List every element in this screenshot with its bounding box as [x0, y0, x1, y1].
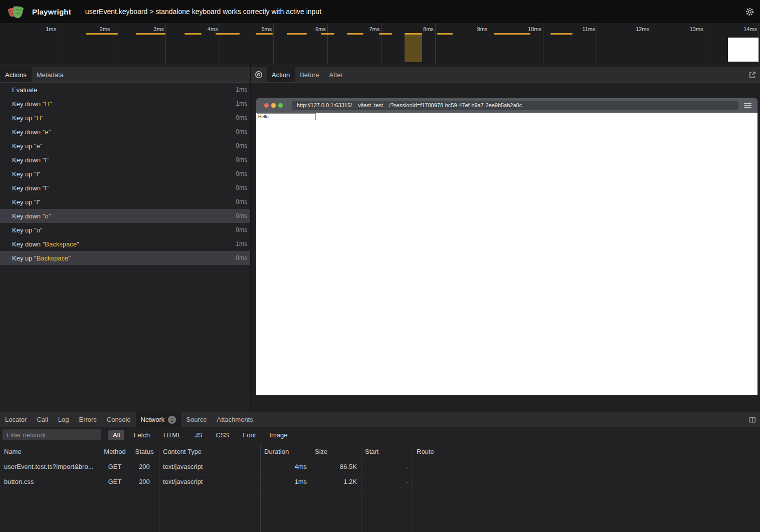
filter-all[interactable]: All	[108, 430, 124, 440]
action-row[interactable]: Key up "l" 0ms	[0, 167, 250, 181]
network-cell: 1ms	[260, 474, 311, 489]
action-duration: 1ms	[236, 240, 247, 247]
settings-button[interactable]	[745, 7, 754, 17]
action-duration: 0ms	[236, 156, 247, 163]
timeline-bar[interactable]	[86, 33, 118, 35]
network-cell: text/javascript	[159, 474, 260, 489]
action-title: Key down "o"	[12, 212, 51, 220]
tab-locator[interactable]: Locator	[0, 412, 32, 427]
timeline-bar[interactable]	[437, 33, 453, 35]
network-cell	[413, 459, 760, 474]
network-table-header: NameMethodStatusContent TypeDurationSize…	[0, 444, 760, 459]
timeline-bar[interactable]	[136, 33, 165, 35]
action-duration: 0ms	[236, 212, 247, 219]
timeline-bar[interactable]	[184, 33, 202, 35]
filter-html[interactable]: HTML	[159, 430, 185, 440]
hamburger-menu-icon	[744, 102, 751, 109]
tab-errors[interactable]: Errors	[74, 412, 101, 427]
tab-call[interactable]: Call	[32, 412, 53, 427]
traffic-light-red-icon	[264, 103, 269, 108]
network-request-row[interactable]: button.cssGET200text/javascript1ms1.2K-	[0, 474, 760, 489]
tab-action[interactable]: Action	[267, 67, 295, 82]
main-area: ActionsMetadata Evaluate 1ms Key down "H…	[0, 64, 760, 412]
action-row[interactable]: Key up "l" 0ms	[0, 195, 250, 209]
action-title: Key up "o"	[12, 226, 43, 234]
timeline-bar[interactable]	[405, 33, 422, 35]
filter-image[interactable]: Image	[265, 430, 292, 440]
action-row[interactable]: Key down "o" 0ms	[0, 209, 250, 223]
toggle-panel-layout-button[interactable]	[745, 412, 760, 427]
snapshot-browser: http://127.0.0.1:63315/__vitest_test__/?…	[256, 98, 757, 395]
network-cell: text/javascript	[159, 459, 260, 474]
action-title: Evaluate	[12, 86, 38, 94]
header-bar: Playwright userEvent.keyboard > standalo…	[0, 0, 760, 23]
tab-log[interactable]: Log	[53, 412, 74, 427]
timeline-bar[interactable]	[379, 33, 392, 35]
column-header: Duration	[260, 444, 311, 459]
action-row[interactable]: Key down "Backspace" 1ms	[0, 237, 250, 251]
action-row[interactable]: Key down "H" 1ms	[0, 97, 250, 111]
key-value: l	[45, 156, 46, 164]
column-header: Status	[130, 444, 159, 459]
network-cell	[413, 474, 760, 489]
action-title: Key down "e"	[12, 128, 51, 136]
timeline-bar[interactable]	[550, 33, 573, 35]
tab-before[interactable]: Before	[295, 67, 324, 82]
open-snapshot-button[interactable]	[744, 67, 760, 82]
target-icon	[255, 71, 263, 79]
action-row[interactable]: Key up "H" 0ms	[0, 111, 250, 125]
action-row[interactable]: Key down "l" 0ms	[0, 181, 250, 195]
column-header: Method	[100, 444, 130, 459]
column-header: Content Type	[159, 444, 260, 459]
tab-attachments[interactable]: Attachments	[212, 412, 258, 427]
action-duration: 0ms	[236, 114, 247, 121]
tab-after[interactable]: After	[324, 67, 347, 82]
snapshot-panel: ActionBeforeAfter http://127.0.0.1:63315…	[251, 64, 760, 412]
app-title: Playwright	[32, 8, 71, 16]
timeline-bar[interactable]	[494, 33, 530, 35]
network-count-badge: 2	[168, 416, 176, 424]
tab-metadata[interactable]: Metadata	[32, 67, 69, 82]
action-row[interactable]: Evaluate 1ms	[0, 83, 250, 97]
key-value: o	[37, 226, 40, 234]
timeline-bar[interactable]	[347, 33, 363, 35]
tab-network[interactable]: Network2	[136, 412, 181, 427]
action-row[interactable]: Key up "Backspace" 0ms	[0, 251, 250, 265]
timeline-bar[interactable]	[216, 33, 240, 35]
snapshot-text-input[interactable]	[257, 113, 316, 120]
network-filter-input[interactable]	[3, 429, 101, 440]
network-request-row[interactable]: userEvent.test.ts?import&bro...GET200tex…	[0, 459, 760, 474]
key-value: H	[45, 100, 49, 108]
action-row[interactable]: Key up "o" 0ms	[0, 223, 250, 237]
tab-source[interactable]: Source	[181, 412, 212, 427]
network-cell: 4ms	[260, 459, 311, 474]
network-cell: 1.2K	[311, 474, 361, 489]
timeline-thumbnail[interactable]	[728, 38, 758, 62]
action-duration: 0ms	[236, 198, 247, 205]
actions-panel: ActionsMetadata Evaluate 1ms Key down "H…	[0, 64, 251, 412]
action-title: Key down "l"	[12, 184, 49, 192]
timeline-bar[interactable]	[321, 33, 334, 35]
filter-font[interactable]: Font	[238, 430, 260, 440]
pick-locator-button[interactable]	[251, 67, 267, 82]
timeline-bar[interactable]	[287, 33, 307, 35]
timeline-bar[interactable]	[256, 33, 273, 35]
action-title: Key up "l"	[12, 198, 40, 206]
action-duration: 0ms	[236, 170, 247, 177]
filter-fetch[interactable]: Fetch	[129, 430, 154, 440]
timeline[interactable]: 1ms2ms3ms4ms5ms6ms7ms8ms9ms10ms11ms12ms1…	[0, 23, 760, 64]
key-value: H	[37, 114, 41, 122]
action-title: Key down "Backspace"	[12, 240, 79, 248]
network-cell: button.css	[0, 474, 100, 489]
action-row[interactable]: Key up "e" 0ms	[0, 139, 250, 153]
key-value: l	[37, 170, 38, 178]
action-row[interactable]: Key down "l" 0ms	[0, 153, 250, 167]
network-table: NameMethodStatusContent TypeDurationSize…	[0, 444, 760, 532]
tab-actions[interactable]: Actions	[0, 67, 32, 82]
filter-js[interactable]: JS	[190, 430, 207, 440]
test-title: userEvent.keyboard > standalone keyboard…	[85, 8, 321, 16]
filter-css[interactable]: CSS	[212, 430, 234, 440]
network-cell: -	[361, 459, 413, 474]
action-row[interactable]: Key down "e" 0ms	[0, 125, 250, 139]
tab-console[interactable]: Console	[102, 412, 136, 427]
